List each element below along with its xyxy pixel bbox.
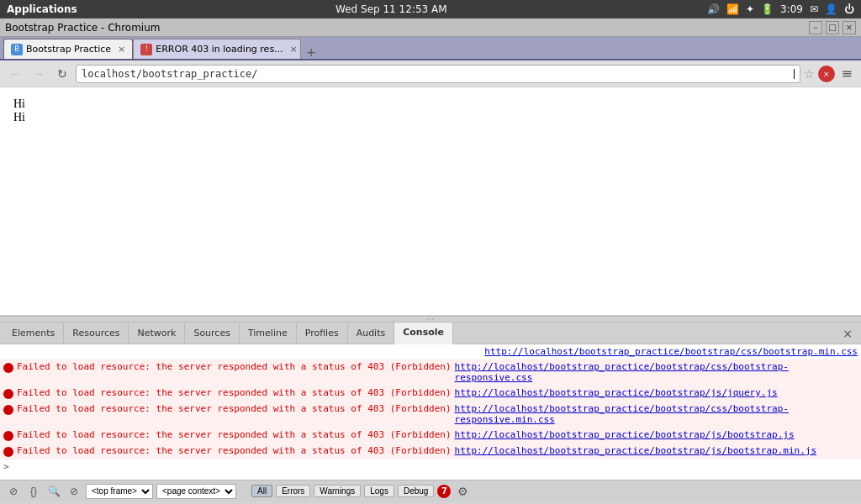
system-tray: 🔊 📶 ✦ 🔋 3:09 ✉ 👤 ⏻ <box>705 3 854 15</box>
nav-bar: ← → ↻ localhost/bootstrap_practice/ ☆ × … <box>0 60 861 87</box>
devtools-tab-audits[interactable]: Audits <box>348 323 395 344</box>
page-line-2: Hi <box>13 111 848 124</box>
format-button[interactable]: {} <box>25 483 42 500</box>
console-line-url-only: http://localhost/bootstrap_practice/boot… <box>0 344 861 360</box>
tab-label-2: ERROR 403 in loading res... <box>156 44 283 55</box>
back-button[interactable]: ← <box>5 64 25 84</box>
devtools-tab-console[interactable]: Console <box>394 323 453 344</box>
applications-label[interactable]: Applications <box>7 3 77 15</box>
wifi-icon: 📶 <box>726 3 739 15</box>
devtools-bottom-bar: ⊘ {} 🔍 ⊘ <top frame> <page context> All … <box>0 480 861 501</box>
filter-debug-button[interactable]: Debug <box>398 485 434 497</box>
new-tab-button[interactable]: + <box>301 45 321 59</box>
email-icon: ✉ <box>810 3 818 15</box>
frame-selector[interactable]: <top frame> <box>86 484 153 499</box>
address-text: localhost/bootstrap_practice/ <box>82 68 793 80</box>
stop-button[interactable]: × <box>818 66 835 82</box>
console-error-line-3: Failed to load resource: the server resp… <box>0 402 861 428</box>
browser-window: Bootstrap Practice - Chromium – □ × B Bo… <box>0 18 861 501</box>
power-icon: ⏻ <box>844 3 854 15</box>
error-icon-5 <box>3 447 13 457</box>
error-count-badge: 7 <box>437 485 451 498</box>
window-title: Bootstrap Practice - Chromium <box>5 22 161 34</box>
error-icon-2 <box>3 389 13 399</box>
maximize-button[interactable]: □ <box>826 21 839 34</box>
error-message-1: Failed to load resource: the server resp… <box>17 361 452 372</box>
minimize-button[interactable]: – <box>809 21 822 34</box>
devtools-tab-profiles[interactable]: Profiles <box>297 323 348 344</box>
error-icon-1 <box>3 363 13 373</box>
devtools-tab-elements[interactable]: Elements <box>3 323 64 344</box>
title-bar: Bootstrap Practice - Chromium – □ × <box>0 18 861 37</box>
filter-errors-button[interactable]: Errors <box>276 485 310 497</box>
console-error-line-4: Failed to load resource: the server resp… <box>0 428 861 444</box>
console-prompt[interactable]: > <box>0 459 861 474</box>
console-url-1[interactable]: http://localhost/bootstrap_practice/boot… <box>484 346 858 357</box>
user-icon: 👤 <box>825 3 837 15</box>
filter-logs-button[interactable]: Logs <box>364 485 394 497</box>
block-button[interactable]: ⊘ <box>66 483 82 500</box>
context-selector[interactable]: <page context> <box>156 484 236 499</box>
page-line-1: Hi <box>13 97 848 111</box>
devtools-settings-button[interactable]: ⚙ <box>454 483 471 500</box>
volume-icon: 🔊 <box>707 3 720 15</box>
devtools-tab-bar: Elements Resources Network Sources Timel… <box>0 323 861 344</box>
tab-error-403[interactable]: ! ERROR 403 in loading res... × <box>133 39 301 59</box>
console-error-line-1: Failed to load resource: the server resp… <box>0 360 861 386</box>
error-url-4[interactable]: http://localhost/bootstrap_practice/boot… <box>455 429 795 440</box>
filter-warnings-button[interactable]: Warnings <box>314 485 361 497</box>
tab-favicon-2: ! <box>140 44 152 55</box>
filter-all-button[interactable]: All <box>251 485 272 497</box>
forward-button[interactable]: → <box>29 64 49 84</box>
error-url-2[interactable]: http://localhost/bootstrap_practice/boot… <box>455 387 778 398</box>
page-content: Hi Hi <box>0 87 861 316</box>
error-message-3: Failed to load resource: the server resp… <box>17 403 452 414</box>
battery-time: 3:09 <box>780 3 803 15</box>
devtools-console-output[interactable]: http://localhost/bootstrap_practice/boot… <box>0 344 861 480</box>
search-button[interactable]: 🔍 <box>45 483 62 500</box>
battery-icon: 🔋 <box>761 3 774 15</box>
reload-button[interactable]: ↻ <box>52 64 72 84</box>
bluetooth-icon: ✦ <box>746 3 754 15</box>
console-error-line-5: Failed to load resource: the server resp… <box>0 444 861 459</box>
devtools-close-button[interactable]: × <box>837 327 858 340</box>
tab-label-1: Bootstrap Practice <box>26 44 111 55</box>
console-error-line-2: Failed to load resource: the server resp… <box>0 386 861 402</box>
tab-close-2[interactable]: × <box>290 44 298 55</box>
error-icon-3 <box>3 405 13 415</box>
system-bar: Applications Wed Sep 11 12:53 AM 🔊 📶 ✦ 🔋… <box>0 0 861 18</box>
tab-bar: B Bootstrap Practice × ! ERROR 403 in lo… <box>0 37 861 60</box>
tab-bootstrap-practice[interactable]: B Bootstrap Practice × <box>3 39 133 59</box>
address-cursor <box>794 69 795 79</box>
error-url-5[interactable]: http://localhost/bootstrap_practice/boot… <box>455 445 816 456</box>
tab-close-1[interactable]: × <box>118 44 125 55</box>
menu-button[interactable]: ≡ <box>838 66 856 81</box>
system-time: Wed Sep 11 12:53 AM <box>335 3 446 15</box>
error-url-3[interactable]: http://localhost/bootstrap_practice/boot… <box>455 403 858 425</box>
devtools-tab-network[interactable]: Network <box>129 323 185 344</box>
clear-console-button[interactable]: ⊘ <box>5 483 22 500</box>
devtools-tab-resources[interactable]: Resources <box>64 323 129 344</box>
error-message-5: Failed to load resource: the server resp… <box>17 445 452 456</box>
error-message-2: Failed to load resource: the server resp… <box>17 387 452 398</box>
address-bar[interactable]: localhost/bootstrap_practice/ <box>76 65 800 83</box>
error-icon-4 <box>3 431 13 441</box>
bookmark-button[interactable]: ☆ <box>804 67 815 81</box>
devtools-tab-timeline[interactable]: Timeline <box>240 323 297 344</box>
window-controls: – □ × <box>809 21 856 34</box>
devtools-tab-sources[interactable]: Sources <box>185 323 240 344</box>
devtools-panel: Elements Resources Network Sources Timel… <box>0 323 861 501</box>
close-window-button[interactable]: × <box>843 21 856 34</box>
error-url-1[interactable]: http://localhost/bootstrap_practice/boot… <box>455 361 858 383</box>
error-message-4: Failed to load resource: the server resp… <box>17 429 452 440</box>
tab-favicon-1: B <box>11 44 23 55</box>
